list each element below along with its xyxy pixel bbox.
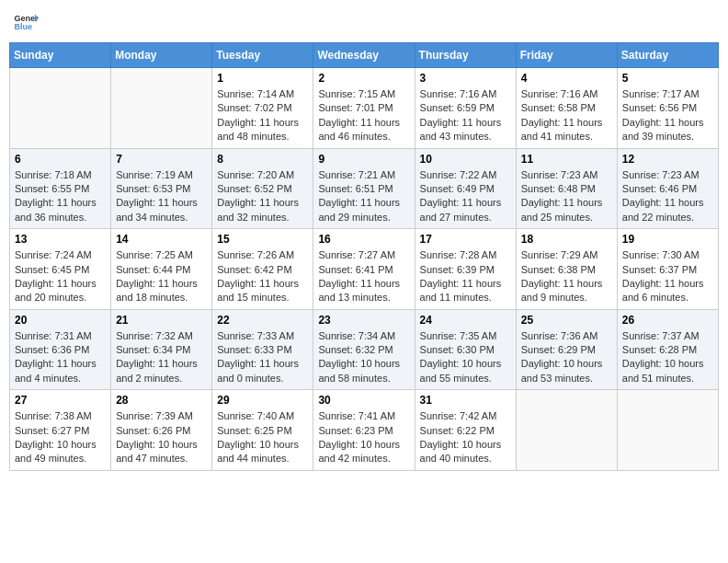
day-number: 16 bbox=[318, 233, 409, 246]
day-info: Sunrise: 7:39 AMSunset: 6:26 PMDaylight:… bbox=[116, 409, 207, 466]
calendar-day-cell bbox=[111, 68, 212, 149]
day-info: Sunrise: 7:24 AMSunset: 6:45 PMDaylight:… bbox=[15, 248, 106, 305]
day-info: Sunrise: 7:16 AMSunset: 6:58 PMDaylight:… bbox=[521, 87, 612, 144]
svg-text:Blue: Blue bbox=[14, 22, 32, 31]
day-number: 8 bbox=[217, 153, 308, 166]
day-number: 24 bbox=[420, 314, 511, 327]
calendar-day-cell: 8Sunrise: 7:20 AMSunset: 6:52 PMDaylight… bbox=[212, 148, 313, 229]
day-info: Sunrise: 7:37 AMSunset: 6:28 PMDaylight:… bbox=[622, 329, 713, 386]
calendar-day-cell: 9Sunrise: 7:21 AMSunset: 6:51 PMDaylight… bbox=[313, 148, 415, 229]
calendar-day-cell: 24Sunrise: 7:35 AMSunset: 6:30 PMDayligh… bbox=[415, 309, 516, 390]
calendar-day-cell: 29Sunrise: 7:40 AMSunset: 6:25 PMDayligh… bbox=[212, 390, 313, 471]
day-number: 1 bbox=[217, 72, 308, 85]
day-info: Sunrise: 7:38 AMSunset: 6:27 PMDaylight:… bbox=[15, 409, 106, 466]
day-info: Sunrise: 7:22 AMSunset: 6:49 PMDaylight:… bbox=[420, 168, 511, 225]
day-info: Sunrise: 7:15 AMSunset: 7:01 PMDaylight:… bbox=[318, 87, 409, 144]
calendar-day-cell: 26Sunrise: 7:37 AMSunset: 6:28 PMDayligh… bbox=[617, 309, 718, 390]
calendar-day-cell: 25Sunrise: 7:36 AMSunset: 6:29 PMDayligh… bbox=[516, 309, 617, 390]
day-info: Sunrise: 7:30 AMSunset: 6:37 PMDaylight:… bbox=[622, 248, 713, 305]
day-info: Sunrise: 7:25 AMSunset: 6:44 PMDaylight:… bbox=[116, 248, 207, 305]
day-number: 19 bbox=[622, 233, 713, 246]
day-header-wednesday: Wednesday bbox=[313, 43, 415, 68]
day-info: Sunrise: 7:20 AMSunset: 6:52 PMDaylight:… bbox=[217, 168, 308, 225]
calendar-day-cell: 11Sunrise: 7:23 AMSunset: 6:48 PMDayligh… bbox=[516, 148, 617, 229]
logo-icon: General Blue bbox=[13, 9, 39, 35]
day-info: Sunrise: 7:41 AMSunset: 6:23 PMDaylight:… bbox=[318, 409, 409, 466]
day-number: 13 bbox=[15, 233, 106, 246]
calendar-day-cell: 16Sunrise: 7:27 AMSunset: 6:41 PMDayligh… bbox=[313, 229, 415, 310]
calendar-day-cell: 14Sunrise: 7:25 AMSunset: 6:44 PMDayligh… bbox=[111, 229, 212, 310]
day-number: 4 bbox=[521, 72, 612, 85]
calendar-day-cell bbox=[10, 68, 111, 149]
calendar-day-cell: 7Sunrise: 7:19 AMSunset: 6:53 PMDaylight… bbox=[111, 148, 212, 229]
day-info: Sunrise: 7:17 AMSunset: 6:56 PMDaylight:… bbox=[622, 87, 713, 144]
calendar-day-cell: 15Sunrise: 7:26 AMSunset: 6:42 PMDayligh… bbox=[212, 229, 313, 310]
page-header: General Blue bbox=[9, 9, 719, 35]
day-number: 12 bbox=[622, 153, 713, 166]
day-info: Sunrise: 7:35 AMSunset: 6:30 PMDaylight:… bbox=[420, 329, 511, 386]
day-number: 31 bbox=[420, 394, 511, 407]
day-number: 26 bbox=[622, 314, 713, 327]
day-header-tuesday: Tuesday bbox=[212, 43, 313, 68]
calendar-day-cell: 28Sunrise: 7:39 AMSunset: 6:26 PMDayligh… bbox=[111, 390, 212, 471]
day-number: 15 bbox=[217, 233, 308, 246]
logo: General Blue bbox=[13, 9, 39, 35]
day-info: Sunrise: 7:28 AMSunset: 6:39 PMDaylight:… bbox=[420, 248, 511, 305]
calendar-day-cell: 27Sunrise: 7:38 AMSunset: 6:27 PMDayligh… bbox=[10, 390, 111, 471]
day-number: 18 bbox=[521, 233, 612, 246]
calendar-day-cell: 10Sunrise: 7:22 AMSunset: 6:49 PMDayligh… bbox=[415, 148, 516, 229]
day-number: 11 bbox=[521, 153, 612, 166]
calendar-table: SundayMondayTuesdayWednesdayThursdayFrid… bbox=[9, 42, 719, 471]
calendar-day-cell: 22Sunrise: 7:33 AMSunset: 6:33 PMDayligh… bbox=[212, 309, 313, 390]
day-number: 5 bbox=[622, 72, 713, 85]
calendar-day-cell: 31Sunrise: 7:42 AMSunset: 6:22 PMDayligh… bbox=[415, 390, 516, 471]
calendar-day-cell: 19Sunrise: 7:30 AMSunset: 6:37 PMDayligh… bbox=[617, 229, 718, 310]
day-info: Sunrise: 7:33 AMSunset: 6:33 PMDaylight:… bbox=[217, 329, 308, 386]
day-number: 2 bbox=[318, 72, 409, 85]
day-number: 28 bbox=[116, 394, 207, 407]
day-info: Sunrise: 7:31 AMSunset: 6:36 PMDaylight:… bbox=[15, 329, 106, 386]
day-number: 25 bbox=[521, 314, 612, 327]
day-info: Sunrise: 7:27 AMSunset: 6:41 PMDaylight:… bbox=[318, 248, 409, 305]
day-info: Sunrise: 7:23 AMSunset: 6:46 PMDaylight:… bbox=[622, 168, 713, 225]
calendar-day-cell: 6Sunrise: 7:18 AMSunset: 6:55 PMDaylight… bbox=[10, 148, 111, 229]
day-info: Sunrise: 7:19 AMSunset: 6:53 PMDaylight:… bbox=[116, 168, 207, 225]
day-number: 7 bbox=[116, 153, 207, 166]
day-number: 6 bbox=[15, 153, 106, 166]
calendar-week-row: 1Sunrise: 7:14 AMSunset: 7:02 PMDaylight… bbox=[10, 68, 719, 149]
day-number: 22 bbox=[217, 314, 308, 327]
day-header-thursday: Thursday bbox=[415, 43, 516, 68]
day-header-friday: Friday bbox=[516, 43, 617, 68]
day-number: 17 bbox=[420, 233, 511, 246]
calendar-day-cell: 23Sunrise: 7:34 AMSunset: 6:32 PMDayligh… bbox=[313, 309, 415, 390]
calendar-day-cell: 30Sunrise: 7:41 AMSunset: 6:23 PMDayligh… bbox=[313, 390, 415, 471]
calendar-day-cell bbox=[617, 390, 718, 471]
calendar-day-cell: 5Sunrise: 7:17 AMSunset: 6:56 PMDaylight… bbox=[617, 68, 718, 149]
calendar-day-cell: 3Sunrise: 7:16 AMSunset: 6:59 PMDaylight… bbox=[415, 68, 516, 149]
day-info: Sunrise: 7:36 AMSunset: 6:29 PMDaylight:… bbox=[521, 329, 612, 386]
calendar-day-cell: 12Sunrise: 7:23 AMSunset: 6:46 PMDayligh… bbox=[617, 148, 718, 229]
day-info: Sunrise: 7:34 AMSunset: 6:32 PMDaylight:… bbox=[318, 329, 409, 386]
day-info: Sunrise: 7:21 AMSunset: 6:51 PMDaylight:… bbox=[318, 168, 409, 225]
day-number: 30 bbox=[318, 394, 409, 407]
calendar-week-row: 13Sunrise: 7:24 AMSunset: 6:45 PMDayligh… bbox=[10, 229, 719, 310]
day-info: Sunrise: 7:23 AMSunset: 6:48 PMDaylight:… bbox=[521, 168, 612, 225]
calendar-week-row: 27Sunrise: 7:38 AMSunset: 6:27 PMDayligh… bbox=[10, 390, 719, 471]
day-number: 27 bbox=[15, 394, 106, 407]
calendar-day-cell: 1Sunrise: 7:14 AMSunset: 7:02 PMDaylight… bbox=[212, 68, 313, 149]
day-number: 3 bbox=[420, 72, 511, 85]
calendar-day-cell: 2Sunrise: 7:15 AMSunset: 7:01 PMDaylight… bbox=[313, 68, 415, 149]
day-number: 10 bbox=[420, 153, 511, 166]
calendar-header-row: SundayMondayTuesdayWednesdayThursdayFrid… bbox=[10, 43, 719, 68]
day-info: Sunrise: 7:40 AMSunset: 6:25 PMDaylight:… bbox=[217, 409, 308, 466]
day-info: Sunrise: 7:26 AMSunset: 6:42 PMDaylight:… bbox=[217, 248, 308, 305]
calendar-day-cell bbox=[516, 390, 617, 471]
day-number: 20 bbox=[15, 314, 106, 327]
day-info: Sunrise: 7:16 AMSunset: 6:59 PMDaylight:… bbox=[420, 87, 511, 144]
day-info: Sunrise: 7:14 AMSunset: 7:02 PMDaylight:… bbox=[217, 87, 308, 144]
day-info: Sunrise: 7:42 AMSunset: 6:22 PMDaylight:… bbox=[420, 409, 511, 466]
calendar-day-cell: 18Sunrise: 7:29 AMSunset: 6:38 PMDayligh… bbox=[516, 229, 617, 310]
day-info: Sunrise: 7:32 AMSunset: 6:34 PMDaylight:… bbox=[116, 329, 207, 386]
day-number: 21 bbox=[116, 314, 207, 327]
day-number: 9 bbox=[318, 153, 409, 166]
